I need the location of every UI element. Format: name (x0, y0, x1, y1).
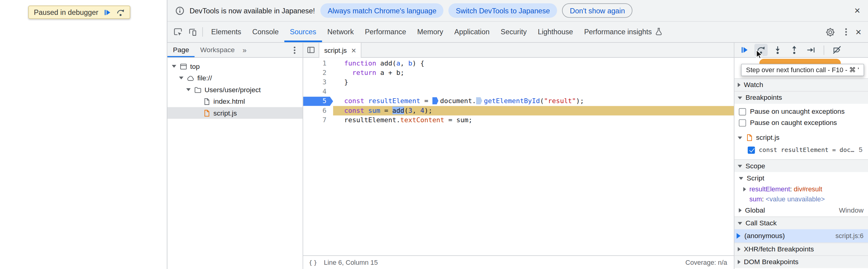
tree-item-users-user-project[interactable]: Users/user/project (167, 84, 303, 95)
checkbox-icon[interactable] (739, 119, 746, 127)
chevron-down-icon[interactable] (179, 77, 184, 79)
code-line-4: 4 (303, 87, 734, 97)
infobar-close-icon[interactable]: × (855, 5, 860, 16)
inspect-icon[interactable] (171, 25, 185, 39)
tab-console[interactable]: Console (247, 22, 284, 42)
tab-page[interactable]: Page (167, 43, 195, 57)
section-label: XHR/fetch Breakpoints (744, 245, 814, 253)
section-header-call_stack[interactable]: Call Stack (735, 217, 868, 229)
tab-network[interactable]: Network (322, 22, 360, 42)
chevron-down-icon[interactable] (738, 165, 742, 167)
pretty-print-icon[interactable]: {} (309, 259, 318, 266)
tab-memory[interactable]: Memory (411, 22, 449, 42)
chevron-down-icon[interactable] (738, 222, 742, 224)
code-line-content[interactable]: const resultElement = document.getElemen… (333, 97, 734, 106)
checkbox-icon[interactable] (748, 146, 755, 154)
folder-icon (193, 85, 202, 94)
section-header-scope[interactable]: Scope (735, 159, 868, 172)
code-editor[interactable]: 1function add(a, b) {2 return a + b;3}45… (303, 58, 734, 255)
tree-item-top[interactable]: top (167, 60, 303, 72)
breakpoint-marker[interactable]: 5 (303, 97, 333, 106)
tab-sources[interactable]: Sources (284, 22, 322, 42)
section-header-watch[interactable]: Watch (735, 78, 868, 91)
inline-breakpoint-candidate-icon[interactable] (476, 97, 482, 104)
tab-close-icon[interactable]: × (351, 46, 356, 54)
line-number[interactable]: 4 (303, 87, 333, 97)
variable-resultelement[interactable]: resultElement: div#result (735, 184, 868, 194)
code-token: ( (404, 106, 408, 114)
resume-icon[interactable] (738, 44, 751, 56)
inline-breakpoint-icon[interactable] (432, 97, 438, 104)
step-over-icon[interactable] (117, 8, 125, 17)
resume-icon[interactable] (103, 8, 112, 17)
device-toolbar-icon[interactable] (185, 25, 199, 39)
variable-name: resultElement (749, 185, 790, 193)
tree-item-file[interactable]: file:// (167, 72, 303, 84)
tab-performance[interactable]: Performance (359, 22, 411, 42)
step-over-tooltip: Step over next function call - F10 - ⌘ ' (741, 64, 864, 76)
scope-script[interactable]: Script (735, 172, 868, 184)
code-token (344, 69, 352, 77)
settings-gear-icon[interactable] (824, 25, 838, 39)
tab-workspace[interactable]: Workspace (195, 43, 241, 57)
section-header-dom[interactable]: DOM Breakpoints (735, 255, 868, 268)
pause-on-uncaught-exceptions-toggle[interactable]: Pause on uncaught exceptions (735, 106, 868, 117)
chevron-down-icon[interactable] (739, 177, 744, 180)
chevron-down-icon[interactable] (172, 65, 176, 68)
chevron-right-icon[interactable] (743, 187, 746, 192)
tab-security[interactable]: Security (495, 22, 532, 42)
code-line-5: 5const resultElement = document.getEleme… (303, 97, 734, 106)
step-icon[interactable] (804, 44, 817, 56)
variable-sum[interactable]: sum: <value unavailable> (735, 194, 868, 205)
section-header-xhr[interactable]: XHR/fetch Breakpoints (735, 243, 868, 255)
infobar-message: DevTools is now available in Japanese! (190, 6, 315, 15)
line-number[interactable]: 7 (303, 115, 333, 125)
line-number[interactable]: 2 (303, 68, 333, 78)
code-line-content[interactable]: function add(a, b) { (333, 59, 734, 68)
kebab-menu-icon[interactable] (842, 28, 850, 36)
code-line-content[interactable]: const sum = add(3, 4); (333, 106, 734, 115)
section-header-breakpoints[interactable]: Breakpoints (735, 91, 868, 104)
breakpoint-file-row[interactable]: script.js (735, 132, 868, 144)
tree-item-index-html[interactable]: index.html (167, 96, 303, 107)
step-out-icon[interactable] (788, 44, 801, 56)
chevron-right-icon[interactable] (738, 83, 741, 87)
tab-lighthouse[interactable]: Lighthouse (532, 22, 579, 42)
editor-tab-script-js[interactable]: script.js × (319, 43, 362, 58)
tab-application[interactable]: Application (449, 22, 495, 42)
pause-on-caught-exceptions-toggle[interactable]: Pause on caught exceptions (735, 117, 868, 128)
paused-in-debugger-overlay: Paused in debugger (28, 5, 130, 19)
chevron-down-icon[interactable] (186, 88, 191, 91)
tab-performance-insights[interactable]: Performance insights (579, 22, 669, 42)
tab-elements[interactable]: Elements (206, 22, 247, 42)
scope-global[interactable]: GlobalWindow (735, 204, 868, 216)
tree-item-label: file:// (197, 74, 212, 82)
chevron-right-icon[interactable] (738, 247, 741, 251)
line-number[interactable]: 6 (303, 106, 333, 115)
chevron-right-icon[interactable] (738, 260, 741, 264)
code-line-content[interactable] (333, 87, 734, 97)
chevron-down-icon[interactable] (738, 97, 742, 99)
breakpoint-item[interactable]: const resultElement = doc…5 (735, 144, 868, 156)
don-t-show-again-button[interactable]: Don't show again (562, 3, 633, 18)
editor-tab-label: script.js (324, 46, 347, 54)
tree-item-script-js[interactable]: script.js (167, 107, 303, 118)
call-stack-frame[interactable]: (anonymous)script.js:6 (735, 229, 868, 243)
code-line-content[interactable]: resultElement.textContent = sum; (333, 115, 734, 125)
navigator-menu-icon[interactable] (290, 46, 298, 54)
deactivate-breakpoints-icon[interactable] (830, 44, 843, 56)
step-into-icon[interactable] (771, 44, 784, 56)
sidebar-toggle-icon[interactable] (303, 43, 319, 57)
code-line-content[interactable]: } (333, 78, 734, 87)
code-token: resultElement. (344, 116, 400, 124)
devtools-close-icon[interactable]: × (855, 27, 863, 37)
always-match-chrome-s-language-button[interactable]: Always match Chrome's language (320, 3, 444, 18)
chevron-down-icon[interactable] (738, 136, 742, 139)
more-tabs-icon[interactable]: » (240, 46, 249, 54)
code-line-content[interactable]: return a + b; (333, 68, 734, 78)
line-number[interactable]: 3 (303, 78, 333, 87)
chevron-right-icon[interactable] (739, 208, 742, 213)
switch-devtools-to-japanese-button[interactable]: Switch DevTools to Japanese (448, 3, 557, 18)
checkbox-icon[interactable] (739, 108, 746, 115)
line-number[interactable]: 1 (303, 59, 333, 68)
